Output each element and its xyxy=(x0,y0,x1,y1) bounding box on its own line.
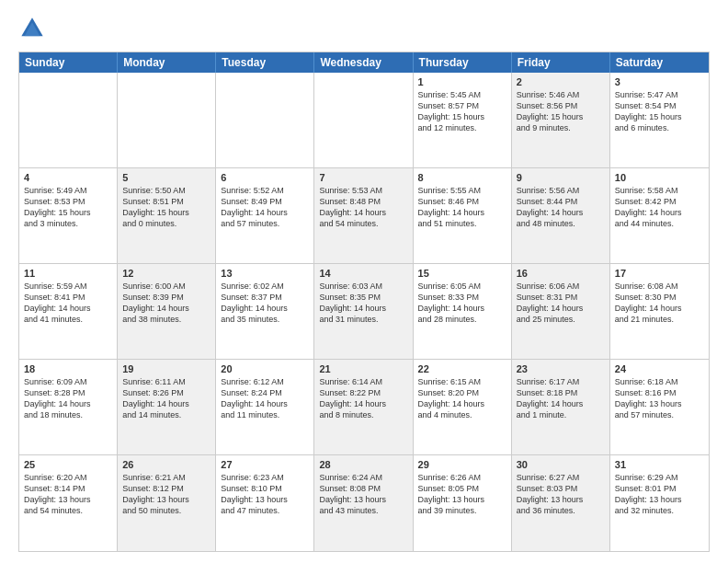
weekday-header-saturday: Saturday xyxy=(610,52,709,73)
day-info: Sunrise: 6:29 AM Sunset: 8:01 PM Dayligh… xyxy=(615,472,704,517)
day-number: 21 xyxy=(319,363,407,374)
day-number: 29 xyxy=(418,459,506,470)
day-cell-26: 26Sunrise: 6:21 AM Sunset: 8:12 PM Dayli… xyxy=(118,455,216,551)
day-number: 28 xyxy=(319,459,407,470)
day-info: Sunrise: 6:21 AM Sunset: 8:12 PM Dayligh… xyxy=(122,472,210,517)
page: SundayMondayTuesdayWednesdayThursdayFrid… xyxy=(0,0,728,563)
day-number: 8 xyxy=(418,172,506,183)
day-number: 23 xyxy=(517,363,605,374)
day-info: Sunrise: 5:46 AM Sunset: 8:56 PM Dayligh… xyxy=(517,89,605,134)
day-number: 12 xyxy=(122,268,210,279)
day-info: Sunrise: 6:27 AM Sunset: 8:03 PM Dayligh… xyxy=(517,472,605,517)
day-info: Sunrise: 5:56 AM Sunset: 8:44 PM Dayligh… xyxy=(517,185,605,230)
day-cell-3: 3Sunrise: 5:47 AM Sunset: 8:54 PM Daylig… xyxy=(610,73,709,167)
generalblue-logo-icon xyxy=(18,15,46,42)
day-info: Sunrise: 5:59 AM Sunset: 8:41 PM Dayligh… xyxy=(24,281,112,326)
day-number: 16 xyxy=(517,268,605,279)
day-cell-13: 13Sunrise: 6:02 AM Sunset: 8:37 PM Dayli… xyxy=(216,264,314,359)
day-number: 1 xyxy=(418,76,506,87)
day-cell-11: 11Sunrise: 5:59 AM Sunset: 8:41 PM Dayli… xyxy=(19,264,118,359)
day-cell-23: 23Sunrise: 6:17 AM Sunset: 8:18 PM Dayli… xyxy=(512,360,610,454)
day-cell-12: 12Sunrise: 6:00 AM Sunset: 8:39 PM Dayli… xyxy=(118,264,216,359)
calendar-body: 1Sunrise: 5:45 AM Sunset: 8:57 PM Daylig… xyxy=(19,73,709,551)
day-info: Sunrise: 6:11 AM Sunset: 8:26 PM Dayligh… xyxy=(122,376,210,421)
day-cell-27: 27Sunrise: 6:23 AM Sunset: 8:10 PM Dayli… xyxy=(216,455,314,551)
logo xyxy=(18,15,50,42)
day-info: Sunrise: 6:12 AM Sunset: 8:24 PM Dayligh… xyxy=(221,376,309,421)
day-info: Sunrise: 6:17 AM Sunset: 8:18 PM Dayligh… xyxy=(517,376,605,421)
weekday-header-friday: Friday xyxy=(512,52,610,73)
day-cell-21: 21Sunrise: 6:14 AM Sunset: 8:22 PM Dayli… xyxy=(314,360,413,454)
empty-cell xyxy=(118,73,216,167)
day-number: 11 xyxy=(24,268,112,279)
empty-cell xyxy=(19,73,118,167)
calendar: SundayMondayTuesdayWednesdayThursdayFrid… xyxy=(18,52,710,552)
day-info: Sunrise: 5:49 AM Sunset: 8:53 PM Dayligh… xyxy=(24,185,112,230)
day-info: Sunrise: 6:00 AM Sunset: 8:39 PM Dayligh… xyxy=(122,281,210,326)
day-number: 10 xyxy=(615,172,704,183)
day-info: Sunrise: 5:47 AM Sunset: 8:54 PM Dayligh… xyxy=(615,89,704,134)
day-info: Sunrise: 6:24 AM Sunset: 8:08 PM Dayligh… xyxy=(319,472,407,517)
day-cell-5: 5Sunrise: 5:50 AM Sunset: 8:51 PM Daylig… xyxy=(118,168,216,263)
day-info: Sunrise: 6:06 AM Sunset: 8:31 PM Dayligh… xyxy=(517,281,605,326)
day-number: 30 xyxy=(517,459,605,470)
day-info: Sunrise: 6:03 AM Sunset: 8:35 PM Dayligh… xyxy=(319,281,407,326)
day-info: Sunrise: 6:05 AM Sunset: 8:33 PM Dayligh… xyxy=(418,281,506,326)
week-row-1: 1Sunrise: 5:45 AM Sunset: 8:57 PM Daylig… xyxy=(19,73,709,168)
day-cell-1: 1Sunrise: 5:45 AM Sunset: 8:57 PM Daylig… xyxy=(414,73,512,167)
day-cell-8: 8Sunrise: 5:55 AM Sunset: 8:46 PM Daylig… xyxy=(414,168,512,263)
day-number: 25 xyxy=(24,459,112,470)
day-info: Sunrise: 6:08 AM Sunset: 8:30 PM Dayligh… xyxy=(615,281,704,326)
day-number: 14 xyxy=(319,268,407,279)
empty-cell xyxy=(314,73,413,167)
day-info: Sunrise: 5:53 AM Sunset: 8:48 PM Dayligh… xyxy=(319,185,407,230)
day-info: Sunrise: 5:45 AM Sunset: 8:57 PM Dayligh… xyxy=(418,89,506,134)
day-cell-28: 28Sunrise: 6:24 AM Sunset: 8:08 PM Dayli… xyxy=(314,455,413,551)
day-info: Sunrise: 5:58 AM Sunset: 8:42 PM Dayligh… xyxy=(615,185,704,230)
day-cell-18: 18Sunrise: 6:09 AM Sunset: 8:28 PM Dayli… xyxy=(19,360,118,454)
day-number: 18 xyxy=(24,363,112,374)
day-cell-30: 30Sunrise: 6:27 AM Sunset: 8:03 PM Dayli… xyxy=(512,455,610,551)
day-number: 19 xyxy=(122,363,210,374)
day-info: Sunrise: 5:52 AM Sunset: 8:49 PM Dayligh… xyxy=(221,185,309,230)
day-cell-19: 19Sunrise: 6:11 AM Sunset: 8:26 PM Dayli… xyxy=(118,360,216,454)
header xyxy=(18,15,710,42)
weekday-header-thursday: Thursday xyxy=(414,52,512,73)
day-cell-22: 22Sunrise: 6:15 AM Sunset: 8:20 PM Dayli… xyxy=(414,360,512,454)
day-cell-17: 17Sunrise: 6:08 AM Sunset: 8:30 PM Dayli… xyxy=(610,264,709,359)
day-number: 20 xyxy=(221,363,309,374)
day-info: Sunrise: 5:55 AM Sunset: 8:46 PM Dayligh… xyxy=(418,185,506,230)
day-number: 5 xyxy=(122,172,210,183)
day-info: Sunrise: 6:18 AM Sunset: 8:16 PM Dayligh… xyxy=(615,376,704,421)
day-number: 6 xyxy=(221,172,309,183)
day-number: 2 xyxy=(517,76,605,87)
day-cell-7: 7Sunrise: 5:53 AM Sunset: 8:48 PM Daylig… xyxy=(314,168,413,263)
day-cell-20: 20Sunrise: 6:12 AM Sunset: 8:24 PM Dayli… xyxy=(216,360,314,454)
weekday-header-tuesday: Tuesday xyxy=(216,52,314,73)
week-row-5: 25Sunrise: 6:20 AM Sunset: 8:14 PM Dayli… xyxy=(19,455,709,551)
day-info: Sunrise: 6:14 AM Sunset: 8:22 PM Dayligh… xyxy=(319,376,407,421)
day-number: 4 xyxy=(24,172,112,183)
day-info: Sunrise: 6:26 AM Sunset: 8:05 PM Dayligh… xyxy=(418,472,506,517)
week-row-3: 11Sunrise: 5:59 AM Sunset: 8:41 PM Dayli… xyxy=(19,264,709,360)
weekday-header-monday: Monday xyxy=(118,52,216,73)
day-info: Sunrise: 6:15 AM Sunset: 8:20 PM Dayligh… xyxy=(418,376,506,421)
day-number: 24 xyxy=(615,363,704,374)
day-number: 7 xyxy=(319,172,407,183)
day-number: 22 xyxy=(418,363,506,374)
day-info: Sunrise: 6:02 AM Sunset: 8:37 PM Dayligh… xyxy=(221,281,309,326)
day-cell-4: 4Sunrise: 5:49 AM Sunset: 8:53 PM Daylig… xyxy=(19,168,118,263)
day-number: 17 xyxy=(615,268,704,279)
empty-cell xyxy=(216,73,314,167)
week-row-2: 4Sunrise: 5:49 AM Sunset: 8:53 PM Daylig… xyxy=(19,168,709,264)
day-number: 9 xyxy=(517,172,605,183)
day-cell-2: 2Sunrise: 5:46 AM Sunset: 8:56 PM Daylig… xyxy=(512,73,610,167)
day-cell-6: 6Sunrise: 5:52 AM Sunset: 8:49 PM Daylig… xyxy=(216,168,314,263)
day-number: 3 xyxy=(615,76,704,87)
day-cell-15: 15Sunrise: 6:05 AM Sunset: 8:33 PM Dayli… xyxy=(414,264,512,359)
day-info: Sunrise: 6:09 AM Sunset: 8:28 PM Dayligh… xyxy=(24,376,112,421)
day-cell-10: 10Sunrise: 5:58 AM Sunset: 8:42 PM Dayli… xyxy=(610,168,709,263)
day-info: Sunrise: 5:50 AM Sunset: 8:51 PM Dayligh… xyxy=(122,185,210,230)
day-cell-14: 14Sunrise: 6:03 AM Sunset: 8:35 PM Dayli… xyxy=(314,264,413,359)
day-info: Sunrise: 6:20 AM Sunset: 8:14 PM Dayligh… xyxy=(24,472,112,517)
